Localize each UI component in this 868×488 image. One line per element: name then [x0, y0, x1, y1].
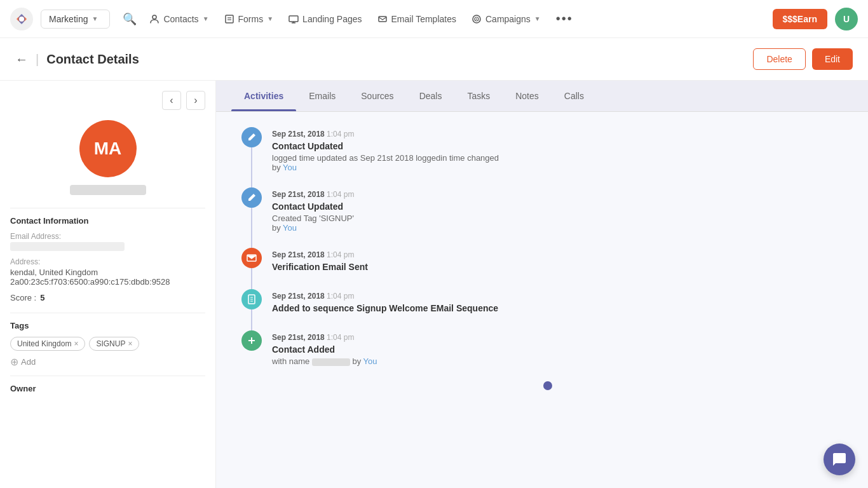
- you-link[interactable]: You: [363, 356, 377, 366]
- activity-title: Contact Updated: [272, 201, 843, 212]
- marketing-label: Marketing: [49, 14, 88, 24]
- ip-value: 2a00:23c5:f703:6500:a990:c175:dbdb:9528: [10, 277, 170, 287]
- tab-notes[interactable]: Notes: [503, 81, 552, 111]
- search-button[interactable]: 🔍: [123, 12, 137, 26]
- tag-label: SIGNUP: [96, 339, 125, 348]
- chevron-down-icon: ▼: [534, 15, 541, 22]
- nav-landing-pages[interactable]: Landing Pages: [288, 14, 362, 24]
- activity-description: Created Tag 'SIGNUP' by You: [272, 214, 843, 233]
- time-text: 1:04 pm: [327, 250, 354, 259]
- header-separator: |: [36, 52, 39, 67]
- page-title: Contact Details: [46, 52, 139, 67]
- svg-rect-3: [226, 15, 233, 23]
- tab-emails[interactable]: Emails: [296, 81, 348, 111]
- activity-title: Contact Updated: [272, 141, 843, 151]
- activity-date: Sep 21st, 2018 1:04 pm: [272, 130, 843, 139]
- activity-title: Added to sequence Signup Welcome EMail S…: [272, 303, 843, 313]
- app-logo[interactable]: [10, 8, 33, 30]
- date-text: Sep 21st, 2018: [272, 250, 325, 259]
- nav-contacts[interactable]: Contacts ▼: [149, 14, 208, 24]
- divider: [10, 208, 205, 208]
- email-label: Email Address:: [10, 232, 205, 241]
- landing-pages-label: Landing Pages: [302, 14, 362, 24]
- chat-bubble-button[interactable]: [824, 444, 855, 475]
- tag-united-kingdom: United Kingdom ×: [10, 337, 85, 351]
- delete-button[interactable]: Delete: [753, 48, 805, 70]
- tags-section: Tags United Kingdom × SIGNUP × ⊕ Add: [10, 321, 205, 368]
- you-link[interactable]: You: [283, 163, 297, 172]
- plus-icon: [241, 330, 262, 351]
- chevron-down-icon: ▼: [267, 15, 273, 22]
- date-text: Sep 21st, 2018: [272, 333, 325, 342]
- activity-date: Sep 21st, 2018 1:04 pm: [272, 333, 843, 342]
- score-value: 5: [40, 293, 44, 302]
- header-right: Delete Edit: [753, 48, 853, 70]
- prev-button[interactable]: ‹: [162, 91, 181, 110]
- header-left: ← | Contact Details: [15, 52, 139, 67]
- pencil-icon: [241, 187, 262, 208]
- list-item: Sep 21st, 2018 1:04 pm Contact Updated l…: [241, 127, 843, 172]
- list-item: Sep 21st, 2018 1:04 pm Verification Emai…: [241, 248, 843, 274]
- tag-label: United Kingdom: [17, 339, 71, 348]
- activity-content: Sep 21st, 2018 1:04 pm Contact Updated l…: [272, 127, 843, 172]
- tags-title: Tags: [10, 321, 205, 330]
- tab-tasks[interactable]: Tasks: [454, 81, 503, 111]
- timeline-line: [251, 208, 252, 248]
- back-button[interactable]: ←: [15, 52, 28, 67]
- svg-point-1: [19, 17, 24, 22]
- left-panel: ‹ › MA Contact Information Email Address…: [0, 81, 216, 488]
- activity-content: Sep 21st, 2018 1:04 pm Contact Added wit…: [272, 330, 843, 366]
- timeline-line: [251, 268, 252, 289]
- more-options-button[interactable]: •••: [556, 11, 573, 26]
- add-tag-label: Add: [21, 357, 36, 367]
- marketing-dropdown[interactable]: Marketing ▼: [41, 10, 110, 29]
- add-tag-button[interactable]: ⊕ Add: [10, 356, 205, 368]
- activity-date: Sep 21st, 2018 1:04 pm: [272, 292, 843, 301]
- address-value: kendal, United Kingdom 2a00:23c5:f703:65…: [10, 268, 205, 287]
- avatar-initials: MA: [94, 139, 122, 159]
- list-item: Sep 21st, 2018 1:04 pm Added to sequence…: [241, 289, 843, 315]
- timeline-line: [251, 309, 252, 330]
- svg-rect-9: [379, 17, 386, 22]
- activity-feed: Sep 21st, 2018 1:04 pm Contact Updated l…: [216, 112, 868, 405]
- tag-remove-button[interactable]: ×: [128, 339, 132, 348]
- nav-campaigns[interactable]: Campaigns ▼: [471, 14, 541, 24]
- tags-list: United Kingdom × SIGNUP ×: [10, 337, 205, 351]
- time-text: 1:04 pm: [327, 190, 354, 199]
- score-row: Score : 5: [10, 293, 205, 302]
- date-text: Sep 21st, 2018: [272, 190, 325, 199]
- activity-description: logged time updated as Sep 21st 2018 log…: [272, 153, 843, 172]
- right-panel: Activities Emails Sources Deals Tasks No…: [216, 81, 868, 488]
- top-navigation: Marketing ▼ 🔍 Contacts ▼ Forms ▼ Landing…: [0, 0, 868, 38]
- you-link[interactable]: You: [283, 223, 297, 233]
- tab-deals[interactable]: Deals: [407, 81, 455, 111]
- chevron-down-icon: ▼: [203, 15, 209, 22]
- earn-button[interactable]: $$$Earn: [773, 9, 827, 29]
- svg-point-2: [153, 15, 156, 19]
- tab-activities[interactable]: Activities: [231, 81, 296, 111]
- avatar-initials: U: [843, 14, 850, 24]
- time-text: 1:04 pm: [327, 130, 354, 139]
- email-value-blurred: [10, 242, 125, 251]
- activity-date: Sep 21st, 2018 1:04 pm: [272, 250, 843, 259]
- tab-calls[interactable]: Calls: [552, 81, 597, 111]
- score-label: Score :: [10, 293, 36, 302]
- divider: [10, 313, 205, 313]
- divider: [10, 376, 205, 376]
- time-text: 1:04 pm: [327, 292, 354, 301]
- add-icon: ⊕: [10, 356, 18, 368]
- tag-remove-button[interactable]: ×: [74, 339, 78, 348]
- user-avatar[interactable]: U: [835, 8, 858, 30]
- next-button[interactable]: ›: [186, 91, 205, 110]
- svg-rect-6: [289, 16, 298, 22]
- panel-navigation: ‹ ›: [10, 91, 205, 110]
- activity-title: Contact Added: [272, 344, 843, 355]
- nav-email-templates[interactable]: Email Templates: [377, 14, 456, 24]
- svg-point-12: [476, 18, 477, 20]
- edit-button[interactable]: Edit: [812, 48, 853, 70]
- page-header: ← | Contact Details Delete Edit: [0, 38, 868, 81]
- activity-date: Sep 21st, 2018 1:04 pm: [272, 190, 843, 199]
- time-text: 1:04 pm: [327, 333, 354, 342]
- tab-sources[interactable]: Sources: [348, 81, 406, 111]
- nav-forms[interactable]: Forms ▼: [224, 14, 274, 24]
